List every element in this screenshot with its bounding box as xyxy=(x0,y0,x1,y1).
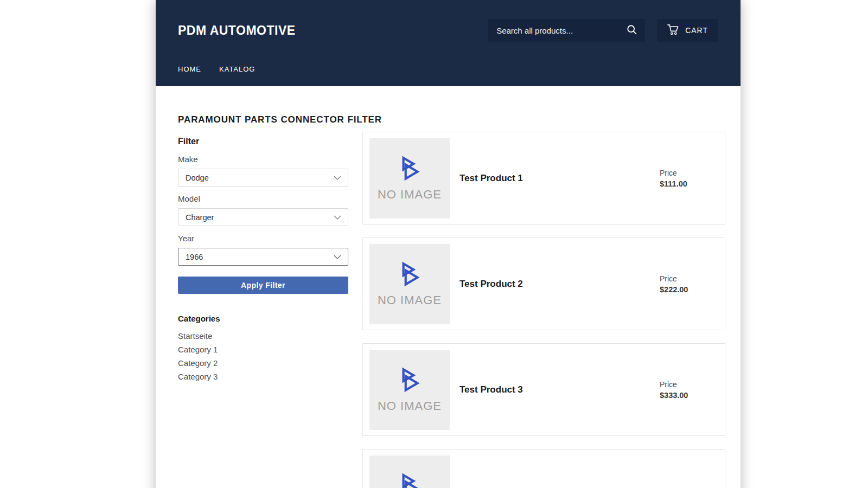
main-nav: HOME KATALOG xyxy=(178,61,718,86)
cart-icon xyxy=(667,23,680,37)
model-label: Model xyxy=(178,194,348,203)
filter-sidebar: Filter Make Dodge Model Charger Year xyxy=(178,132,348,488)
make-select-value: Dodge xyxy=(186,174,209,182)
brand-logo-icon xyxy=(395,472,424,488)
search-box xyxy=(488,19,645,42)
nav-link-home[interactable]: HOME xyxy=(178,65,201,73)
search-input[interactable] xyxy=(495,25,625,36)
product-title[interactable]: Test Product 3 xyxy=(459,384,523,395)
filter-heading: Filter xyxy=(178,137,348,146)
brand-logo-icon xyxy=(395,367,424,398)
site-logo[interactable]: PDM AUTOMOTIVE xyxy=(178,23,296,38)
chevron-down-icon xyxy=(334,215,341,220)
price-value: $222.00 xyxy=(660,285,718,294)
year-select[interactable]: 1966 xyxy=(178,248,348,266)
price-column: Price $333.00 xyxy=(660,380,718,400)
categories-heading: Categories xyxy=(178,314,348,323)
price-value: $111.00 xyxy=(660,179,718,188)
product-list: NO IMAGE Test Product 1 Price $111.00 xyxy=(362,132,725,488)
chevron-down-icon xyxy=(334,255,341,259)
category-link-startseite[interactable]: Startseite xyxy=(178,329,348,343)
brand-logo-icon xyxy=(395,155,424,187)
page-title: PARAMOUNT PARTS CONNECTOR FILTER xyxy=(178,114,725,125)
product-image-placeholder[interactable]: NO IMAGE xyxy=(369,244,450,324)
search-button[interactable] xyxy=(625,23,639,38)
product-card: NO IMAGE Test Product 3 Price $333.00 xyxy=(362,343,725,436)
product-image-placeholder[interactable]: NO IMAGE xyxy=(369,350,450,430)
cart-label: CART xyxy=(685,26,708,35)
product-image-placeholder[interactable]: NO IMAGE xyxy=(369,455,450,488)
cart-button[interactable]: CART xyxy=(657,19,718,42)
product-image-placeholder[interactable]: NO IMAGE xyxy=(369,138,450,219)
year-select-value: 1966 xyxy=(186,253,203,261)
make-label: Make xyxy=(178,155,348,164)
main-content: PARAMOUNT PARTS CONNECTOR FILTER Filter … xyxy=(156,86,741,488)
no-image-label: NO IMAGE xyxy=(378,188,442,202)
model-select-value: Charger xyxy=(186,213,214,222)
nav-link-katalog[interactable]: KATALOG xyxy=(219,65,255,73)
price-label: Price xyxy=(660,274,718,283)
category-link-1[interactable]: Category 1 xyxy=(178,343,348,356)
model-select[interactable]: Charger xyxy=(178,208,348,226)
make-select[interactable]: Dodge xyxy=(178,169,348,187)
product-card: NO IMAGE Test Product 2 Price $222.00 xyxy=(362,237,725,330)
no-image-label: NO IMAGE xyxy=(378,399,442,413)
brand-logo-icon xyxy=(395,261,424,292)
price-label: Price xyxy=(660,380,718,389)
price-label: Price xyxy=(660,169,718,177)
year-label: Year xyxy=(178,234,348,243)
price-column: Price $222.00 xyxy=(660,274,718,294)
no-image-label: NO IMAGE xyxy=(378,293,442,307)
product-card-partial: NO IMAGE xyxy=(362,449,725,488)
chevron-down-icon xyxy=(334,176,341,180)
price-column: Price $111.00 xyxy=(660,169,718,188)
apply-filter-button[interactable]: Apply Filter xyxy=(178,277,348,294)
category-link-3[interactable]: Category 3 xyxy=(178,370,348,383)
product-card: NO IMAGE Test Product 1 Price $111.00 xyxy=(362,132,725,224)
header-top-row: PDM AUTOMOTIVE xyxy=(178,0,718,61)
price-value: $333.00 xyxy=(660,391,718,400)
product-title[interactable]: Test Product 2 xyxy=(459,279,523,290)
category-link-2[interactable]: Category 2 xyxy=(178,356,348,370)
product-title[interactable]: Test Product 1 xyxy=(459,173,523,184)
search-icon xyxy=(626,24,637,37)
site-header: PDM AUTOMOTIVE xyxy=(156,0,741,86)
storefront-page: PDM AUTOMOTIVE xyxy=(156,0,741,488)
